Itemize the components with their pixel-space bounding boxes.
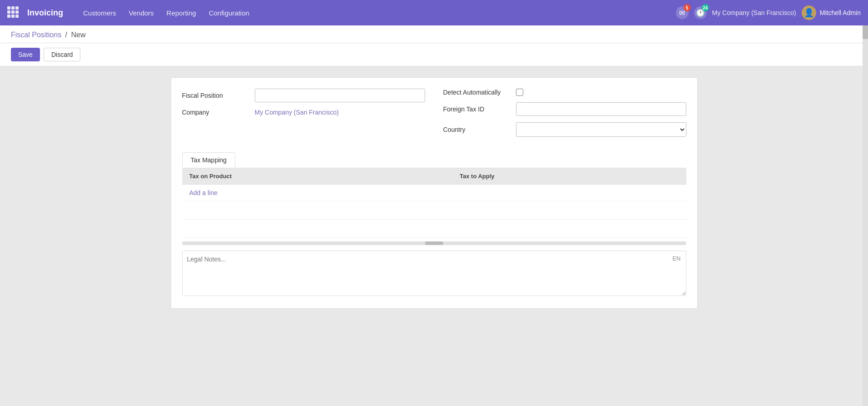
detect-automatically-checkbox[interactable]	[516, 89, 523, 96]
tabs-bar: Tax Mapping	[182, 152, 686, 168]
form-toolbar: Save Discard	[0, 43, 868, 66]
apps-grid-icon[interactable]	[7, 6, 20, 19]
form-col-left: Fiscal Position Company My Company (San …	[182, 89, 425, 143]
page-scrollbar[interactable]	[863, 25, 868, 401]
menu-item-reporting[interactable]: Reporting	[161, 6, 202, 20]
col-tax-to-apply: Tax to Apply	[452, 168, 686, 185]
discard-button[interactable]: Discard	[44, 48, 80, 61]
detect-automatically-field: Detect Automatically	[443, 89, 686, 96]
tab-tax-mapping[interactable]: Tax Mapping	[182, 152, 235, 168]
detect-automatically-label: Detect Automatically	[443, 89, 516, 96]
topnav-right: ✉ 5 🕐 24 My Company (San Francisco) 👤 Mi…	[676, 5, 861, 20]
menu-item-customers[interactable]: Customers	[78, 6, 122, 20]
breadcrumb-parent[interactable]: Fiscal Positions	[11, 31, 61, 39]
menu-item-vendors[interactable]: Vendors	[124, 6, 159, 20]
legal-notes-container: EN	[182, 251, 686, 297]
messages-badge: 5	[684, 4, 691, 11]
user-name: Mitchell Admin	[820, 9, 861, 16]
breadcrumb-separator: /	[65, 31, 67, 39]
table-header-row: Tax on Product Tax to Apply	[182, 168, 686, 185]
messages-icon-badge[interactable]: ✉ 5	[676, 6, 689, 19]
activity-icon-badge[interactable]: 🕐 24	[694, 6, 707, 19]
user-menu[interactable]: 👤 Mitchell Admin	[802, 5, 861, 20]
tax-mapping-table: Tax on Product Tax to Apply Add a line	[182, 168, 686, 238]
save-button[interactable]: Save	[11, 48, 40, 61]
col-tax-on-product: Tax on Product	[182, 168, 453, 185]
foreign-tax-id-label: Foreign Tax ID	[443, 105, 516, 113]
company-link[interactable]: My Company (San Francisco)	[255, 109, 339, 116]
page-header: Fiscal Positions / New	[0, 25, 868, 43]
legal-notes-lang-indicator: EN	[672, 255, 680, 262]
add-line-link[interactable]: Add a line	[189, 189, 218, 196]
menu-item-configuration[interactable]: Configuration	[203, 6, 255, 20]
horizontal-scrollbar[interactable]	[182, 241, 686, 245]
legal-notes-textarea[interactable]	[182, 251, 686, 296]
avatar: 👤	[802, 5, 816, 20]
breadcrumb: Fiscal Positions / New	[11, 31, 857, 43]
form-col-right: Detect Automatically Foreign Tax ID Coun…	[443, 89, 686, 143]
activity-badge: 24	[702, 4, 709, 11]
foreign-tax-id-field: Foreign Tax ID	[443, 102, 686, 116]
company-label: Company	[182, 109, 255, 116]
form-fields-row: Fiscal Position Company My Company (San …	[182, 89, 686, 143]
fiscal-position-input[interactable]	[255, 89, 425, 102]
fiscal-position-label: Fiscal Position	[182, 92, 255, 99]
company-name: My Company (San Francisco)	[712, 9, 796, 16]
table-row: Add a line	[182, 185, 686, 201]
empty-row-1	[182, 201, 686, 220]
form-card: Fiscal Position Company My Company (San …	[171, 77, 698, 309]
top-menu: Customers Vendors Reporting Configuratio…	[78, 6, 672, 20]
scroll-thumb	[425, 241, 443, 245]
company-field: Company My Company (San Francisco)	[182, 109, 425, 116]
empty-row-2	[182, 220, 686, 238]
fiscal-position-field: Fiscal Position	[182, 89, 425, 102]
app-name[interactable]: Invoicing	[27, 8, 63, 18]
scrollbar-thumb	[863, 25, 868, 39]
country-label: Country	[443, 126, 516, 133]
main-content: Fiscal Position Company My Company (San …	[0, 66, 868, 401]
foreign-tax-id-input[interactable]	[516, 102, 686, 116]
country-select[interactable]	[516, 122, 686, 137]
top-navigation: Invoicing Customers Vendors Reporting Co…	[0, 0, 868, 25]
country-field: Country	[443, 122, 686, 137]
breadcrumb-current: New	[71, 31, 86, 39]
